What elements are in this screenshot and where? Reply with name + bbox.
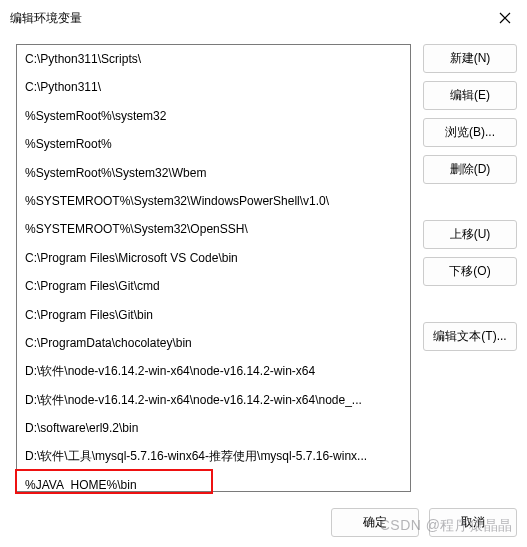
list-item[interactable]: D:\软件\工具\mysql-5.7.16-winx64-推荐使用\mysql-… bbox=[17, 442, 410, 470]
ok-button[interactable]: 确定 bbox=[331, 508, 419, 537]
list-item[interactable]: C:\Program Files\Git\cmd bbox=[17, 272, 410, 300]
list-item[interactable]: %SYSTEMROOT%\System32\WindowsPowerShell\… bbox=[17, 187, 410, 215]
side-buttons: 新建(N) 编辑(E) 浏览(B)... 删除(D) 上移(U) 下移(O) 编… bbox=[423, 44, 517, 494]
cancel-button[interactable]: 取消 bbox=[429, 508, 517, 537]
edit-text-button[interactable]: 编辑文本(T)... bbox=[423, 322, 517, 351]
new-button[interactable]: 新建(N) bbox=[423, 44, 517, 73]
browse-button[interactable]: 浏览(B)... bbox=[423, 118, 517, 147]
footer-buttons: 确定 取消 bbox=[331, 508, 517, 537]
dialog-title: 编辑环境变量 bbox=[10, 10, 82, 27]
list-item[interactable]: %SystemRoot%\System32\Wbem bbox=[17, 159, 410, 187]
close-button[interactable] bbox=[493, 6, 517, 30]
list-item[interactable]: %JAVA_HOME%\bin bbox=[17, 471, 410, 492]
list-item[interactable]: C:\Program Files\Microsoft VS Code\bin bbox=[17, 244, 410, 272]
move-down-button[interactable]: 下移(O) bbox=[423, 257, 517, 286]
list-item[interactable]: C:\Program Files\Git\bin bbox=[17, 301, 410, 329]
list-item[interactable]: C:\ProgramData\chocolatey\bin bbox=[17, 329, 410, 357]
list-item[interactable]: C:\Python311\Scripts\ bbox=[17, 45, 410, 73]
move-up-button[interactable]: 上移(U) bbox=[423, 220, 517, 249]
title-bar: 编辑环境变量 bbox=[0, 0, 527, 36]
dialog-body: C:\Python311\Scripts\C:\Python311\%Syste… bbox=[0, 36, 527, 494]
edit-button[interactable]: 编辑(E) bbox=[423, 81, 517, 110]
list-item[interactable]: C:\Python311\ bbox=[17, 73, 410, 101]
path-listbox[interactable]: C:\Python311\Scripts\C:\Python311\%Syste… bbox=[16, 44, 411, 492]
list-item[interactable]: %SYSTEMROOT%\System32\OpenSSH\ bbox=[17, 215, 410, 243]
list-item[interactable]: D:\software\erl9.2\bin bbox=[17, 414, 410, 442]
list-item[interactable]: D:\软件\node-v16.14.2-win-x64\node-v16.14.… bbox=[17, 386, 410, 414]
list-item[interactable]: D:\软件\node-v16.14.2-win-x64\node-v16.14.… bbox=[17, 357, 410, 385]
delete-button[interactable]: 删除(D) bbox=[423, 155, 517, 184]
list-item[interactable]: %SystemRoot% bbox=[17, 130, 410, 158]
list-item[interactable]: %SystemRoot%\system32 bbox=[17, 102, 410, 130]
